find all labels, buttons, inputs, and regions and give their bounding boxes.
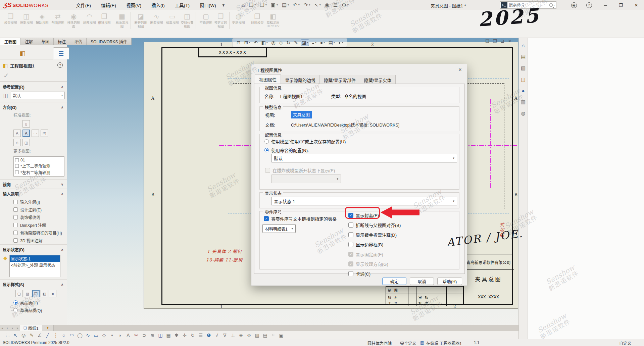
config-dropdown[interactable]: 默认▾ <box>11 92 65 99</box>
sheet-nav-button[interactable]: ‹ <box>5 325 10 331</box>
command-tab[interactable]: SOLIDWORKS 插件 <box>87 38 132 45</box>
view-orientation-button[interactable]: ◫ <box>22 139 30 146</box>
quick-tool-icon[interactable]: ⌂ <box>241 1 246 8</box>
checkbox[interactable] <box>264 216 269 221</box>
toolbar-icon[interactable]: ⊃ <box>142 333 147 338</box>
help-button[interactable]: 帮助(H) <box>437 278 462 285</box>
display-style-button[interactable]: ■ <box>49 290 56 297</box>
doc-window-control-icon[interactable]: ✕ <box>508 39 511 44</box>
view-toolbar-icon[interactable]: ↻ <box>286 40 291 46</box>
checkbox[interactable] <box>348 252 353 257</box>
task-pane-icon[interactable]: ⌂ <box>522 43 525 48</box>
ribbon-button[interactable]: ∿ 断裂视图 <box>149 12 164 25</box>
checkbox[interactable] <box>265 168 270 173</box>
quality-radio[interactable]: 草稿品质(Q) <box>0 306 67 314</box>
panel-help-icon[interactable]: ? <box>57 62 63 68</box>
display-state-item[interactable]: <前处理>_外观 显示状态 <box>10 262 60 268</box>
ribbon-button[interactable]: ❒ 替换模型 <box>249 12 265 25</box>
view-option-checkbox[interactable]: 显示钣金折弯注释(D) <box>348 232 401 238</box>
menu-item[interactable]: 工具(T) <box>171 0 194 10</box>
section-display-state[interactable]: 显示状态(D)∧ <box>0 244 67 254</box>
ribbon-button[interactable]: ⇄ 剖面视图 <box>50 12 66 25</box>
view-orientation-button[interactable]: ◇ <box>13 139 21 146</box>
view-toolbar-icon[interactable]: ⊡ <box>236 40 241 46</box>
ribbon-button[interactable]: ◠ 局部视图 <box>82 12 97 25</box>
sheet-tab[interactable]: ❏ 图纸1 <box>20 325 42 331</box>
ribbon-button[interactable]: ▦ 标准三视图 <box>115 12 131 29</box>
view-option-checkbox[interactable]: 折断线与父视图对齐(B) <box>348 222 401 228</box>
menu-item[interactable]: 视图(V) <box>122 0 145 10</box>
toolbar-icon[interactable]: ◫ <box>158 333 163 338</box>
display-style-button[interactable]: ◧ <box>41 290 48 297</box>
view-toolbar-icon[interactable]: ✎ <box>293 40 299 46</box>
task-pane-icon[interactable]: ◫ <box>521 77 526 83</box>
toolbar-icon[interactable]: ▭ <box>93 333 99 338</box>
quick-tool-icon[interactable]: ⚙ <box>340 1 350 9</box>
toolbar-icon[interactable]: ⊥ <box>230 333 236 338</box>
customize-button[interactable]: 自定义 <box>619 340 631 346</box>
property-manager-tab[interactable]: ◧ <box>14 47 31 59</box>
view-option-checkbox[interactable]: 卡通(C) <box>348 270 401 277</box>
quick-tool-icon[interactable]: ↷ <box>302 1 312 9</box>
toolbar-icon[interactable]: ⊕ <box>238 333 244 338</box>
quick-tool-icon[interactable]: ↶ <box>292 1 301 9</box>
toolbar-icon[interactable]: ┆ <box>53 333 58 338</box>
import-option-checkbox[interactable]: 输入注解(I) <box>0 198 67 206</box>
import-option-checkbox[interactable]: 装饰螺纹线 <box>0 213 67 221</box>
quick-tool-icon[interactable]: ❏ <box>248 1 257 9</box>
quick-tool-icon[interactable]: ↖ <box>313 1 322 9</box>
ribbon-button[interactable]: ◍ 更新视图 <box>232 12 247 25</box>
display-style-button[interactable]: ▨ <box>24 290 31 297</box>
toolbar-grip[interactable]: ⋮⋮ <box>5 333 10 337</box>
window-minimize-button[interactable]: ─ <box>598 0 613 10</box>
task-pane-icon[interactable]: ▧ <box>521 65 526 71</box>
toolbar-icon[interactable]: ≈ <box>270 333 276 338</box>
more-view-item[interactable]: 01 <box>14 157 64 163</box>
feature-manager-tab[interactable]: ☰ <box>53 47 69 59</box>
checkbox[interactable] <box>13 238 18 243</box>
import-option-checkbox[interactable]: 设计注解(E) <box>0 206 67 213</box>
section-orientation[interactable]: 方向(O)∧ <box>0 102 67 111</box>
more-view-item[interactable]: *上下二等角轴测 <box>14 163 64 169</box>
toolbar-icon[interactable]: ✂ <box>134 333 139 338</box>
link-balloon-checkbox[interactable]: 将零件序号文本链接到指定的表格 <box>264 215 337 222</box>
ok-button[interactable]: 确定 <box>382 278 406 285</box>
section-import-options[interactable]: 输入选项∧ <box>0 189 67 198</box>
toolbar-icon[interactable]: ◇ <box>101 333 107 338</box>
menu-item[interactable]: 窗口(W) <box>196 0 220 10</box>
toolbar-icon[interactable]: ▨ <box>254 333 260 338</box>
toolbar-icon[interactable]: • <box>109 333 115 338</box>
named-config-dropdown[interactable]: 默认▾ <box>271 154 457 162</box>
doc-window-control-icon[interactable]: ⊟ <box>500 39 504 44</box>
display-style-button[interactable]: ▢ <box>15 290 23 297</box>
menu-item[interactable]: 编辑(E) <box>97 0 120 10</box>
toolbar-icon[interactable]: ↖ <box>13 333 18 338</box>
help-icon[interactable]: ? <box>584 0 594 10</box>
section-mirror[interactable]: 镜向∨ <box>0 179 67 189</box>
ribbon-button[interactable]: ◫ 投影视图 <box>18 12 34 25</box>
command-tab[interactable]: 工程图 <box>0 38 21 45</box>
search-caret-icon[interactable]: ▾ <box>553 4 555 7</box>
add-sheet-button[interactable]: ✦ <box>42 325 54 331</box>
quick-tool-icon[interactable]: ▤ <box>281 1 290 9</box>
ribbon-button[interactable]: ❒ 模型视图 <box>3 12 18 25</box>
toolbar-icon[interactable]: ❶ <box>206 333 211 338</box>
more-view-item[interactable]: *左右二等角轴测 <box>14 169 64 176</box>
ribbon-button[interactable]: ❐ 预定义的视图 <box>214 12 230 29</box>
view-orientation-button[interactable]: ▭ <box>32 130 39 137</box>
ribbon-button[interactable]: ◈ 辅助视图 <box>34 12 50 25</box>
command-tab[interactable]: 注解 <box>21 38 37 45</box>
checkbox[interactable] <box>15 158 19 162</box>
view-toolbar-icon[interactable]: ⊞ <box>244 40 251 46</box>
quick-tool-icon[interactable]: ◉ <box>324 1 331 9</box>
view-orientation-button[interactable]: A <box>13 130 21 137</box>
radio[interactable] <box>13 308 18 312</box>
ribbon-button[interactable]: ▢ 空白视图 <box>198 12 214 25</box>
search-icon[interactable] <box>549 3 553 7</box>
quick-tool-icon[interactable]: ▣ <box>269 1 279 9</box>
doc-window-control-icon[interactable]: ❏ <box>485 39 489 44</box>
exploded-state-checkbox[interactable]: 在爆炸或模型断开状态下显示(E) <box>265 167 335 174</box>
import-option-checkbox[interactable]: 包括隐藏特征的项目(H) <box>0 229 67 237</box>
import-option-checkbox[interactable]: DimXpert 注解 <box>0 221 67 229</box>
view-option-checkbox[interactable]: 显示固定面(F) <box>348 251 401 257</box>
